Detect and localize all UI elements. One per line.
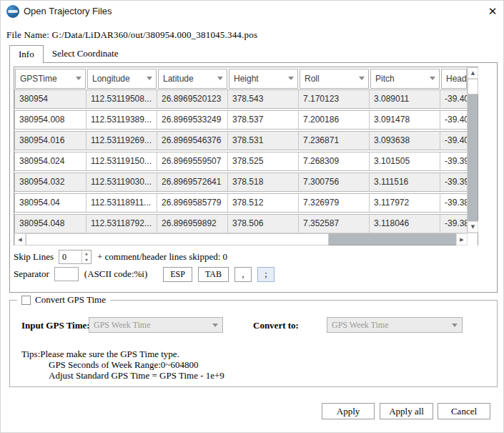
table-cell: 26.8969572641 <box>157 173 228 191</box>
table-cell: 112.53119389... <box>87 111 157 129</box>
tips-line-3: Adjust Standard GPS Time = GPS Time - 1e… <box>21 370 224 381</box>
table-row[interactable]: 380954.008112.53119389...26.896953324937… <box>14 110 467 130</box>
table-cell: 26.8969520123 <box>157 90 228 108</box>
scroll-up-icon[interactable]: ▲ <box>468 67 478 79</box>
apply-all-button[interactable]: Apply all <box>380 403 433 419</box>
column-header-longitude[interactable]: Longitude <box>87 69 157 89</box>
table-cell: 26.8969533249 <box>157 111 228 129</box>
column-dropdown-icon[interactable] <box>288 77 294 80</box>
scroll-right-icon[interactable]: ▶ <box>456 233 468 245</box>
separator-button-esp[interactable]: ESP <box>163 267 192 282</box>
column-dropdown-icon[interactable] <box>147 77 152 80</box>
table-cell: -39.406 <box>440 90 467 108</box>
table-cell: 380954.024 <box>15 152 87 170</box>
separator-button-comma[interactable]: , <box>234 267 252 282</box>
table-cell: 112.53119508... <box>87 90 157 108</box>
column-header-gpstime[interactable]: GPSTime <box>15 69 86 89</box>
table-cell: 112.53118911... <box>87 194 157 212</box>
table-cell: 3.101505 <box>370 152 440 170</box>
table-row[interactable]: 380954.04112.53118911...26.8969585779378… <box>14 193 467 213</box>
column-header-label: Latitude <box>163 74 194 84</box>
separator-buttons: ESPTAB,; <box>163 267 275 282</box>
table-cell: 378.506 <box>228 215 299 233</box>
column-dropdown-icon[interactable] <box>76 77 81 80</box>
table-cell: 380954.008 <box>15 111 87 129</box>
column-header-roll[interactable]: Roll <box>300 69 369 89</box>
table-row[interactable]: 380954.032112.53119030...26.896957264137… <box>14 172 467 192</box>
table-cell: 378.537 <box>228 111 299 129</box>
tab-select-coordinate[interactable]: Select Coordinate <box>44 45 127 63</box>
vertical-scrollbar-thumb[interactable] <box>468 79 478 94</box>
column-dropdown-icon[interactable] <box>359 77 365 80</box>
column-dropdown-icon[interactable] <box>430 77 435 80</box>
chevron-down-icon <box>212 323 218 327</box>
table-cell: -39.401 <box>440 132 467 150</box>
table-row[interactable]: 380954.024112.53119150...26.896955950737… <box>14 152 467 171</box>
separator-button-semicolon[interactable]: ; <box>257 267 275 282</box>
skip-lines-value[interactable]: 0 <box>59 250 81 263</box>
close-icon[interactable]: ✕ <box>485 4 500 19</box>
lidar360-logo-icon <box>6 5 19 18</box>
cancel-button[interactable]: Cancel <box>438 403 490 419</box>
separator-input[interactable] <box>54 267 79 281</box>
table-cell: 378.512 <box>228 194 299 212</box>
column-header-label: Longitude <box>92 74 130 84</box>
spin-down-icon[interactable]: ▼ <box>82 257 91 263</box>
table-cell: 112.53118792... <box>87 215 157 233</box>
table-cell: 26.8969546376 <box>157 132 228 150</box>
table-cell: 378.531 <box>228 132 299 150</box>
convert-gps-time-checkbox[interactable] <box>21 296 31 305</box>
table-cell: 7.352587 <box>299 215 370 233</box>
table-cell: 378.543 <box>228 90 299 108</box>
table-cell: 380954.04 <box>15 194 87 212</box>
table-cell: 7.170123 <box>299 90 370 108</box>
scroll-left-icon[interactable]: ◀ <box>14 233 26 245</box>
column-header-heading[interactable]: Heading <box>441 69 467 89</box>
table-cell: -39.392 <box>440 173 467 191</box>
separator-row: Separator (ASCII code:%i) ESPTAB,; <box>14 266 275 282</box>
table-cell: 380954.032 <box>15 173 87 191</box>
table-row[interactable]: 380954.048112.53118792...26.896959892378… <box>14 214 467 233</box>
table-cell: 7.300756 <box>299 173 370 191</box>
skip-lines-spinner[interactable]: 0 ▲ ▼ <box>59 250 92 264</box>
separator-button-tab[interactable]: TAB <box>198 267 229 282</box>
scroll-down-icon[interactable]: ▼ <box>468 221 478 233</box>
table-row[interactable]: 380954112.53119508...26.8969520123378.54… <box>14 89 467 109</box>
vertical-scrollbar-track[interactable] <box>468 94 478 221</box>
table-cell: 7.200186 <box>299 111 370 129</box>
table-cell: 3.089011 <box>370 90 440 108</box>
column-header-latitude[interactable]: Latitude <box>158 69 227 89</box>
table-body: 380954112.53119508...26.8969520123378.54… <box>14 89 467 233</box>
column-header-pitch[interactable]: Pitch <box>370 69 440 89</box>
tab-info[interactable]: Info <box>9 45 44 63</box>
table-header-row: GPSTimeLongitudeLatitudeHeightRollPitchH… <box>14 67 467 89</box>
apply-button[interactable]: Apply <box>322 403 375 419</box>
convert-gps-time-group: Convert GPS Time Input GPS Time: GPS Wee… <box>9 300 498 387</box>
scrollbar-corner <box>468 233 478 245</box>
horizontal-scrollbar-thumb[interactable] <box>26 233 329 245</box>
tips-text: Tips:Please make sure the GPS Time type.… <box>21 349 224 381</box>
skipped-lines-status: + comment/header lines skipped: 0 <box>97 251 227 263</box>
column-header-label: Pitch <box>375 74 395 84</box>
input-gps-time-dropdown[interactable]: GPS Week Time <box>89 317 223 333</box>
table-cell: 7.268309 <box>299 152 370 170</box>
horizontal-scrollbar-track[interactable] <box>329 233 456 245</box>
table-cell: 112.53119269... <box>87 132 157 150</box>
chevron-down-icon <box>452 323 458 327</box>
column-dropdown-icon[interactable] <box>217 77 223 80</box>
table-cell: 112.53119030... <box>87 173 157 191</box>
table-cell: -39.403 <box>440 111 467 129</box>
convert-to-dropdown[interactable]: GPS Week Time <box>327 317 463 333</box>
column-header-height[interactable]: Height <box>229 69 298 89</box>
table-row[interactable]: 380954.016112.53119269...26.896954637637… <box>14 131 467 150</box>
vertical-scrollbar[interactable]: ▲ ▼ <box>467 67 478 233</box>
skip-lines-row: Skip Lines 0 ▲ ▼ + comment/header lines … <box>14 249 227 265</box>
table-cell: 3.118046 <box>370 215 440 233</box>
table-cell: 378.518 <box>228 173 299 191</box>
spin-up-icon[interactable]: ▲ <box>82 250 91 257</box>
table-cell: 112.53119150... <box>87 152 157 170</box>
convert-gps-time-title: Convert GPS Time <box>35 294 106 306</box>
horizontal-scrollbar[interactable]: ◀ ▶ <box>14 233 478 245</box>
column-header-label: Heading <box>446 74 467 84</box>
table-cell: -39.380 <box>440 215 467 233</box>
